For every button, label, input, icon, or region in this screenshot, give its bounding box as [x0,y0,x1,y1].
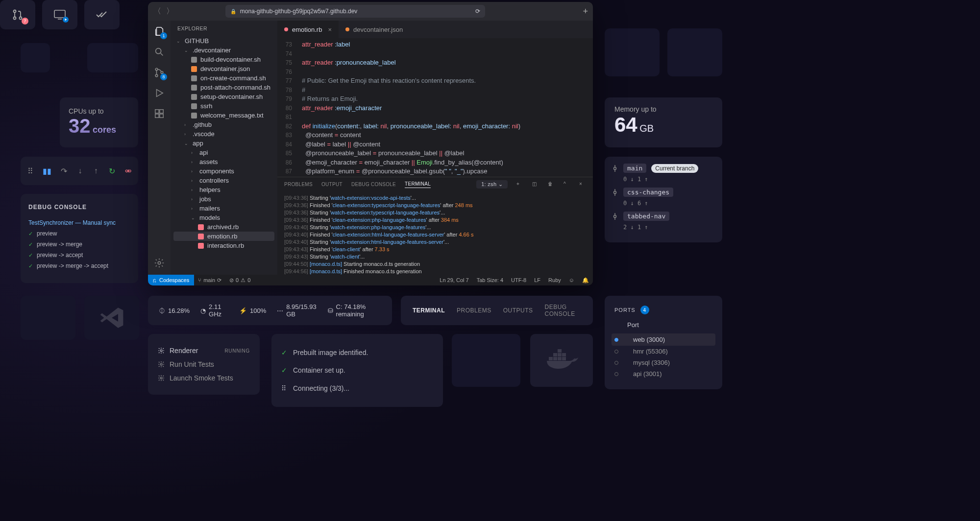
remote-icon: ⎌ [153,277,156,283]
tree-item[interactable]: ⌄models [173,213,274,222]
svg-rect-15 [160,114,163,118]
back-icon[interactable]: 〈 [153,7,162,16]
settings-gear-icon[interactable] [153,257,165,269]
memory-card: Memory up to 64 GB [605,97,722,147]
feedback-icon[interactable]: ☺ [565,277,578,283]
branch-row[interactable]: tabbed-nav [612,212,715,221]
tree-item[interactable]: ›helpers [173,185,274,194]
tree-item[interactable]: ›mailers [173,204,274,213]
debug-console-title: DEBUG CONSOLE [28,204,130,211]
docker-card[interactable] [530,334,593,387]
svg-point-4 [14,17,16,20]
panel-tab[interactable]: OUTPUT [321,182,343,187]
pr-card[interactable]: 7 [0,0,35,29]
close-panel-icon[interactable]: × [579,181,586,188]
step-out-icon[interactable]: ↑ [93,167,99,175]
bottom-tab[interactable]: OUTPUTS [503,307,533,314]
tree-item[interactable]: build-devcontainer.sh [173,55,274,64]
problems-indicator[interactable]: ⊘0⚠0 [225,277,254,284]
drag-handle-icon[interactable]: ⠿ [27,167,33,175]
terminal-selector[interactable]: 1: zsh ⌄ [476,180,508,189]
tree-item[interactable]: ⌄app [173,139,274,148]
tree-item[interactable]: ›.github [173,120,274,129]
close-tab-icon[interactable]: × [328,26,332,33]
file-icon [284,27,288,31]
svg-rect-23 [562,357,566,360]
new-tab-icon[interactable]: + [583,6,588,17]
explorer-icon[interactable]: 1 [153,25,165,37]
port-row[interactable]: web (3000) [612,333,715,346]
vscode-icon [99,305,124,331]
tree-item[interactable]: setup-devcontainer.sh [173,92,274,101]
codespaces-button[interactable]: ⎌Codespaces [148,275,194,285]
refresh-icon[interactable]: ⟳ [475,8,480,15]
task-row[interactable]: RendererRUNNING [158,344,250,357]
split-terminal-icon[interactable]: ◫ [532,181,539,188]
bottom-tab[interactable]: PROBLEMS [457,307,491,314]
panel-tab[interactable]: DEBUG CONSOLE [351,182,396,187]
tree-item[interactable]: ›.vscode [173,129,274,139]
tree-root[interactable]: ⌄GITHUB [173,36,274,46]
commit-icon [612,165,618,172]
tree-item[interactable]: ⌄.devcontainer [173,46,274,55]
maximize-panel-icon[interactable]: ^ [564,181,570,188]
tree-item[interactable]: ›controllers [173,176,274,185]
port-row[interactable]: hmr (55306) [614,346,712,357]
debug-console-card: DEBUG CONSOLE TestSynchronizer — Manual … [21,194,138,283]
editor-tab[interactable]: emotion.rb× [277,21,339,38]
tree-item[interactable]: post-attach-command.sh [173,83,274,92]
disk-icon: ⛁ [328,307,333,314]
gauge-icon: ◔ [200,307,206,314]
panel-tab[interactable]: TERMINAL [405,181,431,188]
tree-item[interactable]: ssrh [173,101,274,111]
debug-line: ✓preview -> accept [28,252,130,259]
task-row[interactable]: Launch Smoke Tests [158,371,250,385]
bottom-tab[interactable]: TERMINAL [413,307,445,314]
new-terminal-icon[interactable]: + [516,181,523,188]
task-row[interactable]: Run Unit Tests [158,357,250,371]
tree-item[interactable]: welcome_message.txt [173,111,274,120]
search-icon[interactable] [153,46,165,58]
gear-icon [158,361,165,368]
tree-item[interactable]: devcontainer.json [173,64,274,73]
gear-icon [158,347,165,354]
tree-item[interactable]: ›assets [173,157,274,166]
kill-terminal-icon[interactable]: 🗑 [548,181,555,188]
address-bar[interactable]: 🔒 mona-github-github-g59jpq2w5w7.github.… [225,5,485,18]
panel-tab[interactable]: PROBLEMS [284,182,313,187]
gear-icon [158,375,165,381]
tree-item[interactable]: on-create-command.sh [173,73,274,83]
forward-icon[interactable]: 〉 [166,7,174,16]
tree-item[interactable]: ›api [173,148,274,157]
extensions-icon[interactable] [153,108,165,119]
port-status-icon [614,361,618,365]
play-card[interactable] [42,0,77,29]
source-control-icon[interactable]: 8 [153,67,165,78]
svg-rect-26 [562,353,566,356]
bell-icon[interactable]: 🔔 [578,277,593,284]
debug-line: ✓preview -> merge -> accept [28,262,130,269]
restart-icon[interactable]: ↻ [109,167,115,175]
port-row[interactable]: api (3001) [614,368,712,379]
setup-card: ✓ Prebuilt image identified. ✓ Container… [271,334,443,407]
branch-row[interactable]: main Current branch [612,164,715,173]
step-into-icon[interactable]: ↓ [77,167,83,175]
port-row[interactable]: mysql (3306) [614,357,712,368]
tree-item[interactable]: ›components [173,166,274,176]
branch-indicator[interactable]: ⑂main⟳ [194,277,225,284]
editor-tab[interactable]: devcontainer.json [339,21,410,38]
svg-point-9 [155,68,158,71]
tree-item[interactable]: archived.rb [173,222,274,232]
tree-item[interactable]: interaction.rb [173,241,274,250]
disconnect-icon[interactable]: ⚮ [125,167,131,175]
run-debug-icon[interactable] [153,87,165,99]
bottom-tab[interactable]: DEBUG CONSOLE [545,304,581,317]
step-over-icon[interactable]: ↷ [61,167,67,175]
pause-icon[interactable]: ▮▮ [43,167,51,175]
debug-toolbar: ⠿ ▮▮ ↷ ↓ ↑ ↻ ⚮ [21,157,138,185]
check-card[interactable] [84,0,120,29]
branch-row[interactable]: css-changes [612,188,715,197]
tree-item[interactable]: emotion.rb [173,232,274,241]
tree-item[interactable]: ›jobs [173,194,274,204]
svg-point-1 [614,191,616,193]
